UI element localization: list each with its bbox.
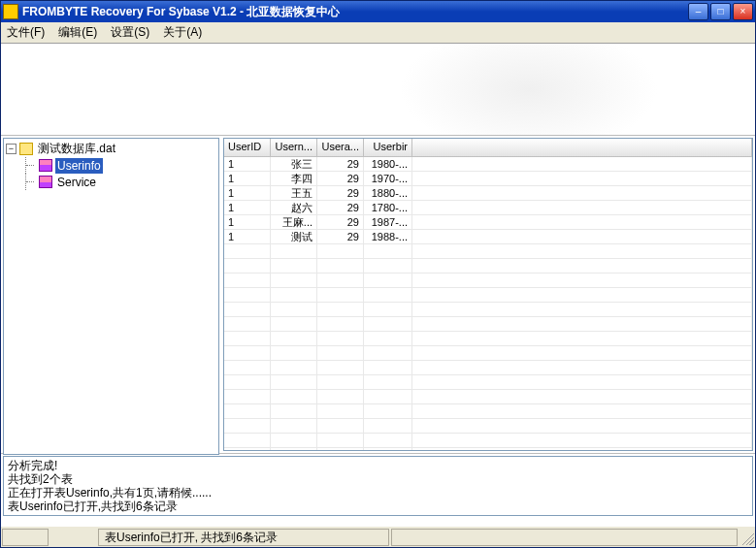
minimize-button[interactable]: – [688,3,708,20]
table-row[interactable]: 1李四291970-... [224,172,752,186]
title-bar: FROMBYTE Recovery For Sybase V1.2 - 北亚数据… [1,1,755,22]
table-cell [271,259,317,273]
table-cell [224,332,271,345]
table-cell: 王五 [271,186,317,200]
table-cell [271,317,317,331]
table-row[interactable]: 1赵六291780-... [224,201,752,215]
table-cell [412,390,752,403]
tree-pane[interactable]: − 测试数据库.dat UserinfoService [3,138,219,455]
table-cell [271,303,317,316]
table-cell: 1 [224,215,271,229]
column-header-userage[interactable]: Usera... [317,139,364,156]
table-row-empty [224,448,752,450]
table-cell [412,201,752,214]
table-cell: 29 [317,201,364,214]
table-row[interactable]: 1测试291988-... [224,230,752,244]
table-row-empty [224,404,752,419]
table-cell [364,346,412,360]
table-cell [224,361,271,374]
table-row[interactable]: 1王五291880-... [224,186,752,201]
table-cell: 1987-... [364,215,412,229]
table-cell: 测试 [271,230,317,243]
table-cell [412,375,752,389]
table-cell [364,448,412,450]
column-header-userbirth[interactable]: Userbir [364,139,412,156]
table-cell: 1880-... [364,186,412,200]
table-cell [412,346,752,360]
table-cell [317,404,364,418]
table-cell: 张三 [271,157,317,171]
table-cell [412,186,752,200]
table-row[interactable]: 1王麻...291987-... [224,215,752,230]
table-row[interactable]: 1张三291980-... [224,157,752,172]
table-cell [317,303,364,316]
grid-header: UserID Usern... Usera... Userbir [224,139,752,157]
table-cell [317,346,364,360]
resize-grip-icon[interactable] [739,530,754,545]
main-panel: − 测试数据库.dat UserinfoService UserID Usern… [1,136,755,454]
table-cell [412,317,752,331]
tree-item[interactable]: Userinfo [25,157,216,174]
column-header-spacer [412,139,752,156]
table-cell [224,419,271,433]
close-button[interactable]: × [733,3,753,20]
table-cell: 29 [317,186,364,200]
table-cell [364,332,412,345]
table-cell [364,361,412,374]
table-cell: 29 [317,157,364,171]
tree-item-label: Userinfo [55,158,103,174]
menu-about[interactable]: 关于(A) [163,24,202,41]
table-cell: 1 [224,201,271,214]
column-header-username[interactable]: Usern... [271,139,317,156]
table-cell [364,259,412,273]
status-text: 表Userinfo已打开, 共找到6条记录 [98,529,389,546]
table-row-empty [224,317,752,332]
window-controls: – □ × [688,3,753,20]
table-cell [412,332,752,345]
table-cell [224,259,271,273]
column-header-userid[interactable]: UserID [224,139,271,156]
table-cell [271,404,317,418]
table-cell [224,434,271,447]
table-cell [364,274,412,287]
table-cell [412,244,752,258]
maximize-button[interactable]: □ [710,3,731,20]
tree-toggle-icon[interactable]: − [6,144,16,154]
table-cell: 29 [317,230,364,243]
table-cell [317,375,364,389]
table-cell [224,274,271,287]
toolbar-banner [1,44,755,136]
tree-root-row[interactable]: − 测试数据库.dat [6,141,216,157]
table-cell: 29 [317,172,364,185]
table-cell [317,419,364,433]
table-row-empty [224,434,752,448]
tree-connector-icon [25,157,36,174]
menu-file[interactable]: 文件(F) [7,24,45,41]
table-cell [412,434,752,447]
log-pane[interactable]: 分析完成!共找到2个表正在打开表Userinfo,共有1页,请稍候......表… [3,456,753,516]
menu-edit[interactable]: 编辑(E) [58,24,97,41]
table-cell: 1988-... [364,230,412,243]
table-cell [317,317,364,331]
tree-item[interactable]: Service [25,174,216,190]
table-row-empty [224,332,752,346]
data-grid[interactable]: UserID Usern... Usera... Userbir 1张三2919… [223,138,753,451]
table-cell: 1780-... [364,201,412,214]
table-cell [412,288,752,302]
status-cell-left [2,529,49,546]
table-cell [271,361,317,374]
table-cell: 李四 [271,172,317,185]
table-cell: 1 [224,157,271,171]
table-cell [271,419,317,433]
table-cell [412,361,752,374]
table-cell: 1980-... [364,157,412,171]
table-cell [364,375,412,389]
table-row-empty [224,303,752,317]
status-bar: 表Userinfo已打开, 共找到6条记录 [1,526,755,547]
table-cell [364,404,412,418]
table-icon [39,159,52,172]
menu-bar: 文件(F) 编辑(E) 设置(S) 关于(A) [1,22,755,44]
table-cell [317,259,364,273]
table-cell: 1 [224,230,271,243]
menu-settings[interactable]: 设置(S) [111,24,149,41]
